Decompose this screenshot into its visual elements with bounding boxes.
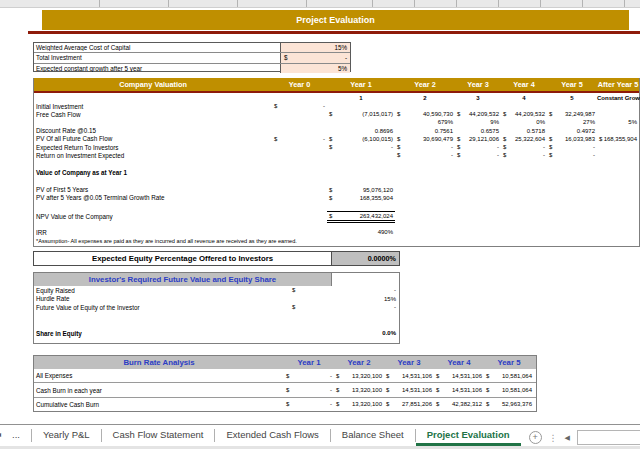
cell-y1[interactable]: $(6,100,015)	[327, 136, 395, 142]
input-cell[interactable]: $-	[280, 53, 350, 62]
value-cell[interactable]: $-	[289, 287, 399, 293]
cell-y0[interactable]: $-	[272, 103, 327, 109]
row-label[interactable]: Share in Equity	[34, 330, 289, 337]
cell-y3[interactable]: $44,209,532	[455, 111, 501, 117]
cell-y2[interactable]: $-	[395, 152, 455, 158]
valuation-header-row: Company ValuationYear 0Year 1Year 2Year …	[34, 78, 639, 91]
equity-offer-value[interactable]: 0.0000%	[331, 252, 399, 265]
cell-y1[interactable]: $-	[327, 144, 395, 150]
row-label[interactable]: Cumulative Cash Burn	[34, 401, 284, 408]
cell-year4[interactable]: $14,531,106	[434, 373, 484, 379]
horizontal-scrollbar[interactable]	[577, 430, 640, 445]
cell-year3[interactable]: $14,531,106	[384, 387, 434, 393]
cell-y2[interactable]: 0.7561	[395, 128, 455, 134]
row-label[interactable]: Return on Investment Expected	[34, 152, 272, 159]
cell-y5[interactable]: 0.4972	[547, 128, 597, 134]
assumption-text[interactable]: *Assumption- All expenses are paid as th…	[34, 238, 639, 244]
cell-y1[interactable]: $263,432,024	[327, 211, 395, 223]
row-label[interactable]: Hurdle Rate	[34, 295, 289, 302]
tab-balance-sheet[interactable]: Balance Sheet	[331, 425, 415, 446]
cell-y3[interactable]: $-	[455, 144, 501, 150]
tab-yearly-p-l[interactable]: Yearly P&L	[32, 425, 101, 446]
input-row: Expected constant growth after 5 year5%	[34, 63, 350, 73]
row-label[interactable]: All Expenses	[34, 372, 284, 379]
cell-y4[interactable]: $44,209,532	[501, 111, 547, 117]
cell-y5[interactable]: $-	[547, 152, 597, 158]
cell-year3[interactable]: $14,531,106	[384, 373, 434, 379]
row-label[interactable]: Free Cash Flow	[34, 111, 272, 118]
cell-y2[interactable]: $40,590,730	[395, 111, 455, 117]
cell-year4[interactable]: $42,382,312	[434, 401, 484, 407]
input-cell[interactable]: 15%	[280, 43, 350, 52]
row-label[interactable]: Future Value of Equity of the Investor	[34, 304, 289, 311]
cell-after[interactable]: $168,355,904	[597, 136, 639, 142]
cell-y3[interactable]: $-	[455, 152, 501, 158]
input-cell[interactable]: 5%	[280, 64, 350, 73]
tab-more[interactable]: ...	[1, 425, 31, 446]
cell-y4[interactable]: 0.5718	[501, 128, 547, 134]
table-row: Value of Company as at Year 1	[34, 168, 639, 176]
cell-y4[interactable]: 0%	[501, 119, 547, 125]
cell-year1[interactable]: $-	[284, 373, 334, 379]
cell-y2[interactable]: $30,690,479	[395, 136, 455, 142]
cell-year4[interactable]: $14,531,106	[434, 387, 484, 393]
cell-y5[interactable]: $-	[547, 144, 597, 150]
currency-symbol: $	[486, 401, 489, 407]
row-label[interactable]: Cash Burn in each year	[34, 387, 284, 394]
cell-y3[interactable]: 9%	[455, 119, 501, 125]
cell-after[interactable]: 5%	[597, 119, 639, 125]
cell-value: -	[391, 144, 393, 150]
currency-symbol: $	[436, 387, 439, 393]
value-cell[interactable]: 15%	[289, 296, 399, 302]
cell-year2[interactable]: $13,320,100	[334, 373, 384, 379]
cell-year5[interactable]: $52,963,376	[484, 401, 534, 407]
row-label[interactable]: PV Of all Future Cash Flow	[34, 135, 272, 142]
row-label[interactable]: Equity Raised	[34, 287, 289, 294]
cell-value: 44,209,532	[469, 111, 499, 117]
cell-y1[interactable]: $95,076,120	[327, 187, 395, 193]
cell-y5[interactable]: $32,249,987	[547, 111, 597, 117]
cell-year5[interactable]: $10,581,064	[484, 387, 534, 393]
cell-y2[interactable]: $-	[395, 144, 455, 150]
year-header: Year 3	[455, 80, 501, 89]
cell-value: (6,100,015)	[362, 136, 393, 142]
cell-value: 52,963,376	[502, 401, 532, 407]
cell-y5[interactable]: 27%	[547, 119, 597, 125]
cell-y5[interactable]: $16,033,983	[547, 136, 597, 142]
cell-y3[interactable]: $29,121,006	[455, 136, 501, 142]
cell-year2[interactable]: $13,320,100	[334, 401, 384, 407]
value-cell[interactable]: 0.0%	[289, 330, 399, 336]
value-cell[interactable]: $-	[289, 304, 399, 310]
row-label[interactable]: Initial Investment	[34, 103, 272, 110]
page-title: Project Evaluation	[42, 10, 629, 30]
cell-y1[interactable]: $168,355,904	[327, 195, 395, 201]
row-label[interactable]: PV after 5 Years @0.05 Terminal Growth R…	[34, 194, 272, 201]
cell-y4[interactable]: $-	[501, 144, 547, 150]
hscroll-left-arrow-icon[interactable]: ◀	[565, 434, 570, 442]
row-label[interactable]: NPV Value of the Company	[34, 213, 272, 220]
cell-year3[interactable]: $27,851,206	[384, 401, 434, 407]
cell-year2[interactable]: $13,320,100	[334, 387, 384, 393]
cell-year1[interactable]: $-	[284, 401, 334, 407]
cell-y3[interactable]: 0.6575	[455, 128, 501, 134]
tab-project-evaluation[interactable]: Project Evaluation	[416, 425, 521, 446]
new-sheet-button[interactable]: +	[529, 431, 542, 444]
cell-year5[interactable]: $10,581,064	[484, 373, 534, 379]
cell-y4[interactable]: $25,322,604	[501, 136, 547, 142]
tab-cash-flow-statement[interactable]: Cash Flow Statement	[102, 425, 215, 446]
cell-y2[interactable]: 679%	[395, 119, 455, 125]
row-label[interactable]: Discount Rate @0.15	[34, 127, 272, 134]
cell-y4[interactable]: $-	[501, 152, 547, 158]
currency-symbol: $	[329, 187, 332, 193]
cell-y1[interactable]: 490%	[327, 229, 395, 235]
row-label[interactable]: Expected Return To Investors	[34, 144, 272, 151]
year-header: Year 3	[384, 358, 434, 367]
cell-y1[interactable]: 0.8696	[327, 128, 395, 134]
tab-extended-cash-flows[interactable]: Extended Cash Flows	[215, 425, 329, 446]
row-label[interactable]: Value of Company as at Year 1	[34, 169, 272, 176]
cell-y0[interactable]: $-	[272, 136, 327, 142]
row-label[interactable]: IRR	[34, 229, 272, 236]
cell-y1[interactable]: $(7,015,017)	[327, 111, 395, 117]
cell-year1[interactable]: $-	[284, 387, 334, 393]
row-label[interactable]: PV of First 5 Years	[34, 186, 272, 193]
